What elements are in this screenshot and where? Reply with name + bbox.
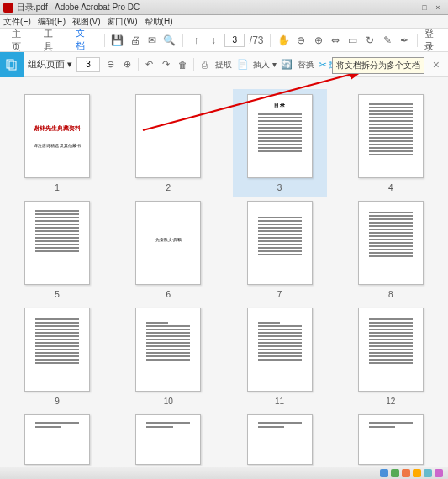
replace-icon[interactable]: 🔄 xyxy=(281,58,293,71)
separator xyxy=(138,58,139,71)
page-number: 11 xyxy=(275,397,284,406)
page-thumb-14[interactable] xyxy=(126,414,210,465)
page-thumb-11[interactable]: 11 xyxy=(238,308,322,406)
organize-page-input[interactable] xyxy=(76,57,100,72)
page-6-text: 先秦散文·典籍 xyxy=(136,237,200,242)
page-number: 9 xyxy=(55,397,60,406)
thumbnail-grid-area: 谢林先生典藏资料 译注唐诗精选 及其他藏书 1 2 目 录 3 4 5 先秦散文… xyxy=(0,77,448,467)
maximize-button[interactable]: □ xyxy=(418,3,431,12)
menu-window[interactable]: 窗口(W) xyxy=(107,16,137,28)
menu-help[interactable]: 帮助(H) xyxy=(145,16,173,28)
separator xyxy=(193,58,194,71)
page-number-input[interactable] xyxy=(224,34,245,47)
page-number: 10 xyxy=(164,397,173,406)
page-thumb-3[interactable]: 目 录 3 xyxy=(233,89,327,197)
page-number: 7 xyxy=(277,290,282,299)
insert-icon[interactable]: 📄 xyxy=(236,58,249,71)
mail-icon[interactable]: ✉ xyxy=(146,34,158,47)
zoom-out-icon[interactable]: ⊖ xyxy=(104,58,117,71)
print-icon[interactable]: 🖨 xyxy=(129,34,140,47)
page-thumb-16[interactable] xyxy=(349,414,433,465)
edit-icon[interactable]: ✎ xyxy=(381,34,393,47)
page-3-header: 目 录 xyxy=(248,102,312,109)
sign-icon[interactable]: ✒ xyxy=(398,34,410,47)
thumbnail-grid: 谢林先生典藏资料 译注唐诗精选 及其他藏书 1 2 目 录 3 4 5 先秦散文… xyxy=(15,94,433,465)
main-toolbar: 主页 工具 文档 💾 🖨 ✉ 🔍 ↑ ↓ /73 ✋ ⊖ ⊕ ⇔ ▭ ↻ ✎ ✒… xyxy=(0,29,448,52)
page-count: /73 xyxy=(250,34,263,47)
tab-tools[interactable]: 工具 xyxy=(39,24,66,56)
hand-tool-icon[interactable]: ✋ xyxy=(277,34,290,47)
page-number: 5 xyxy=(55,290,60,299)
tray-icon[interactable] xyxy=(413,469,421,477)
rotate-left-icon[interactable]: ↶ xyxy=(143,58,155,71)
page-thumb-9[interactable]: 9 xyxy=(15,308,99,406)
split-tooltip: 将文档拆分为多个文档 xyxy=(332,57,424,74)
page-thumb-12[interactable]: 12 xyxy=(349,308,433,406)
tray-icon[interactable] xyxy=(402,469,410,477)
zoom-in-icon[interactable]: ⊕ xyxy=(121,58,134,71)
page-thumb-4[interactable]: 4 xyxy=(349,94,433,192)
close-panel-button[interactable]: × xyxy=(433,58,440,71)
page-thumb-5[interactable]: 5 xyxy=(15,201,99,299)
organize-label[interactable]: 组织页面 ▾ xyxy=(28,58,72,71)
page-number: 1 xyxy=(55,183,60,192)
separator xyxy=(182,34,183,47)
tray-icon[interactable] xyxy=(435,469,443,477)
separator xyxy=(104,34,105,47)
close-button[interactable]: × xyxy=(431,3,445,12)
page-thumb-13[interactable] xyxy=(15,414,99,465)
title-bar: 目录.pdf - Adobe Acrobat Pro DC — □ × xyxy=(0,0,448,15)
zoom-in-icon[interactable]: ⊕ xyxy=(313,34,324,47)
page-down-icon[interactable]: ↓ xyxy=(208,34,219,47)
page-thumb-6[interactable]: 先秦散文·典籍 6 xyxy=(126,201,210,299)
page-thumb-10[interactable]: 10 xyxy=(126,308,210,406)
replace-label[interactable]: 替换 xyxy=(298,59,314,71)
login-button[interactable]: 登录 xyxy=(424,28,441,53)
window-title: 目录.pdf - Adobe Acrobat Pro DC xyxy=(17,2,140,13)
search-icon[interactable]: 🔍 xyxy=(163,34,176,47)
page-up-icon[interactable]: ↑ xyxy=(190,34,202,47)
page-number: 12 xyxy=(386,397,395,406)
page-number: 4 xyxy=(388,183,393,192)
tray-icon[interactable] xyxy=(391,469,399,477)
delete-icon[interactable]: 🗑 xyxy=(177,58,189,71)
separator xyxy=(270,34,271,47)
separator xyxy=(417,34,418,47)
page-thumb-15[interactable] xyxy=(238,414,322,465)
system-tray xyxy=(0,467,448,479)
page-thumb-2[interactable]: 2 xyxy=(126,94,210,192)
pages-icon xyxy=(5,58,18,71)
organize-pages-tab[interactable] xyxy=(0,52,24,77)
page-number: 6 xyxy=(166,290,171,299)
app-icon xyxy=(3,3,13,13)
menu-bar: 文件(F) 编辑(E) 视图(V) 窗口(W) 帮助(H) xyxy=(0,15,448,29)
page-1-subtitle: 译注唐诗精选 及其他藏书 xyxy=(30,143,84,149)
save-icon[interactable]: 💾 xyxy=(111,34,124,47)
extract-icon[interactable]: ⎙ xyxy=(198,58,211,71)
extract-label[interactable]: 提取 xyxy=(215,59,232,71)
tray-icon[interactable] xyxy=(424,469,432,477)
rotate-icon[interactable]: ↻ xyxy=(364,34,376,47)
page-thumb-8[interactable]: 8 xyxy=(349,201,433,299)
page-number: 2 xyxy=(166,183,171,192)
fit-width-icon[interactable]: ⇔ xyxy=(329,34,341,47)
insert-label[interactable]: 插入 ▾ xyxy=(253,59,277,71)
tray-icon[interactable] xyxy=(380,469,388,477)
page-thumb-7[interactable]: 7 xyxy=(238,201,322,299)
page-number: 3 xyxy=(277,183,282,192)
rotate-right-icon[interactable]: ↷ xyxy=(160,58,172,71)
page-number: 8 xyxy=(388,290,393,299)
minimize-button[interactable]: — xyxy=(404,3,418,12)
page-thumb-1[interactable]: 谢林先生典藏资料 译注唐诗精选 及其他藏书 1 xyxy=(15,94,99,192)
fit-page-icon[interactable]: ▭ xyxy=(346,34,358,47)
zoom-out-icon[interactable]: ⊖ xyxy=(295,34,307,47)
page-1-title: 谢林先生典藏资料 xyxy=(30,124,84,133)
scissors-icon: ✂ xyxy=(319,59,327,71)
